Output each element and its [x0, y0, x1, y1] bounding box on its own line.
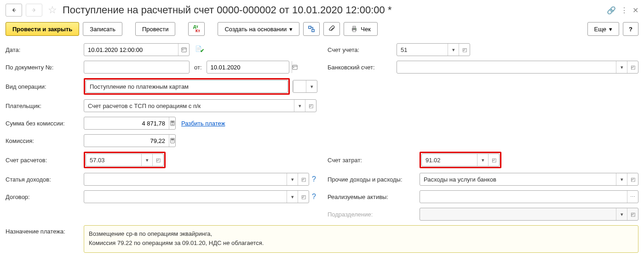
svg-point-21	[172, 141, 172, 141]
favorite-icon[interactable]: ☆	[48, 4, 57, 16]
docno-input[interactable]	[84, 61, 189, 73]
acccalc-input[interactable]: 57.03	[86, 154, 141, 166]
calendar-icon[interactable]	[292, 61, 298, 73]
close-icon[interactable]: ✕	[632, 6, 638, 15]
svg-rect-6	[181, 48, 186, 52]
date-label: Дата:	[6, 46, 84, 53]
more-button[interactable]: Еще ▾	[587, 22, 619, 36]
dropdown-icon[interactable]: ▾	[616, 173, 627, 185]
dropdown-icon[interactable]: ▾	[616, 208, 627, 220]
nav-forward-button[interactable]	[26, 4, 42, 17]
printer-icon	[351, 25, 358, 33]
submit-button[interactable]: Провести	[135, 22, 176, 36]
hint-icon[interactable]: ?	[312, 175, 316, 183]
submit-close-button[interactable]: Провести и закрыть	[6, 22, 79, 36]
calc-icon[interactable]	[169, 117, 175, 129]
svg-rect-1	[312, 29, 314, 32]
check-button[interactable]: Чек	[344, 22, 378, 36]
open-icon[interactable]: ◰	[627, 208, 638, 220]
chevron-down-icon: ▾	[289, 26, 293, 33]
incomeitem-label: Статья доходов:	[6, 176, 84, 183]
dropdown-icon[interactable]: ▾	[287, 191, 298, 203]
fee-input[interactable]	[84, 135, 169, 147]
structure-button[interactable]	[303, 22, 320, 36]
account-label: Счет учета:	[328, 46, 397, 53]
open-icon[interactable]: ◰	[627, 61, 638, 73]
sumnofee-label: Сумма без комиссии:	[6, 120, 84, 127]
open-icon[interactable]: ◰	[298, 173, 309, 185]
otherie-input[interactable]: Расходы на услуги банков	[420, 173, 616, 185]
docno-label: По документу №:	[6, 64, 84, 71]
open-icon[interactable]: ◰	[305, 100, 316, 112]
calendar-icon[interactable]	[178, 44, 189, 56]
subdiv-input	[420, 208, 616, 220]
attach-button[interactable]	[323, 22, 340, 36]
assets-input[interactable]	[420, 191, 627, 203]
contract-input[interactable]	[86, 191, 285, 203]
open-icon[interactable]: ◰	[627, 173, 638, 185]
dropdown-icon[interactable]: ▾	[294, 100, 305, 112]
date-input[interactable]	[84, 44, 178, 56]
svg-rect-8	[292, 65, 297, 69]
svg-point-17	[173, 124, 173, 125]
optype-input[interactable]: Поступление по платежным картам	[86, 80, 288, 92]
svg-rect-4	[353, 30, 356, 32]
hint-icon[interactable]: ?	[312, 193, 316, 201]
costacc-input[interactable]: 91.02	[422, 154, 477, 166]
svg-point-5	[355, 28, 356, 29]
from-label: от:	[194, 64, 202, 71]
dropdown-icon[interactable]: ▾	[287, 173, 298, 185]
svg-rect-9	[293, 67, 294, 68]
clear-icon[interactable]	[293, 80, 306, 92]
open-icon[interactable]: ◰	[298, 191, 309, 203]
open-icon[interactable]: ◰	[488, 154, 499, 166]
svg-rect-11	[171, 121, 174, 123]
assets-label: Реализуемые активы:	[328, 194, 420, 200]
svg-point-22	[173, 141, 173, 141]
split-payment-link[interactable]: Разбить платеж	[181, 120, 225, 127]
svg-point-14	[173, 123, 173, 124]
bankacc-input[interactable]	[397, 61, 616, 73]
costacc-label: Счет затрат:	[328, 157, 420, 164]
dtkt-button[interactable]: ДтКт	[188, 22, 205, 36]
svg-rect-7	[182, 50, 183, 51]
account-input[interactable]: 51	[397, 44, 448, 56]
svg-point-20	[171, 141, 172, 141]
from-date-input[interactable]	[207, 61, 292, 73]
incomeitem-input[interactable]	[84, 173, 287, 185]
bankacc-label: Банковский счет:	[328, 64, 397, 71]
subdiv-label: Подразделение:	[328, 211, 420, 218]
svg-point-16	[172, 124, 172, 125]
dropdown-icon[interactable]: ▾	[306, 80, 317, 92]
page-title: Поступление на расчетный счет 0000-00000…	[63, 4, 603, 16]
fee-label: Комиссия:	[6, 137, 84, 144]
dropdown-icon[interactable]: ▾	[448, 44, 459, 56]
svg-point-15	[171, 124, 172, 125]
calc-icon[interactable]	[169, 135, 175, 147]
nav-back-button[interactable]	[6, 4, 22, 17]
acccalc-label: Счет расчетов:	[6, 157, 84, 164]
optype-label: Вид операции:	[6, 83, 84, 90]
open-icon[interactable]: ◰	[152, 154, 163, 166]
chevron-down-icon: ▾	[609, 26, 612, 33]
svg-point-13	[172, 123, 172, 124]
purpose-textarea[interactable]: Возмещение ср-в по операциям эквайринга,…	[84, 225, 638, 253]
status-check-icon	[195, 46, 203, 54]
more-icon[interactable]: ⋯	[627, 191, 638, 203]
purpose-label: Назначение платежа:	[6, 225, 84, 235]
save-button[interactable]: Записать	[83, 22, 122, 36]
svg-rect-3	[353, 26, 356, 28]
sumnofee-input[interactable]	[84, 117, 169, 129]
contract-label: Договор:	[6, 194, 84, 200]
link-icon[interactable]: 🔗	[607, 6, 616, 15]
dropdown-icon[interactable]: ▾	[616, 61, 627, 73]
svg-rect-19	[171, 139, 174, 140]
open-icon[interactable]: ◰	[459, 44, 470, 56]
help-button[interactable]: ?	[623, 22, 638, 36]
menu-dots-icon[interactable]: ⋮	[621, 6, 628, 15]
otherie-label: Прочие доходы и расходы:	[328, 176, 420, 183]
payer-input[interactable]: Счет расчетов с ТСП по операциям с п/к	[84, 100, 294, 112]
create-based-button[interactable]: Создать на основании ▾	[218, 22, 299, 36]
dropdown-icon[interactable]: ▾	[477, 154, 488, 166]
dropdown-icon[interactable]: ▾	[141, 154, 152, 166]
